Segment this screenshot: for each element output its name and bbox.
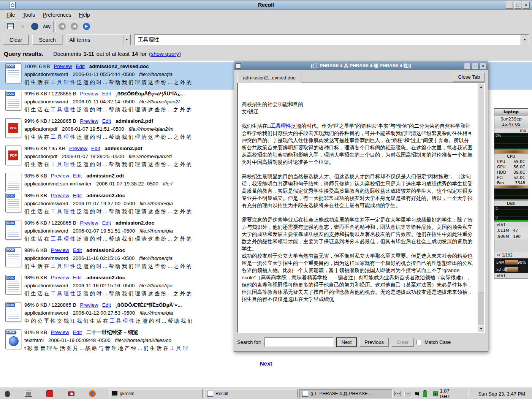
- desktop: Recoll − □ × File Tools Preferences Help…: [0, 0, 532, 399]
- fan-row: Fan3348: [494, 180, 528, 185]
- edit-link[interactable]: Edit: [73, 247, 82, 253]
- edit-link[interactable]: Edit: [102, 302, 111, 308]
- battery-icon[interactable]: [423, 391, 427, 397]
- next-page-button[interactable]: ▶: [81, 22, 92, 31]
- msword-file-icon: DOC: [5, 302, 21, 322]
- preview-link[interactable]: Preview: [69, 146, 87, 151]
- preview-link[interactable]: Preview: [54, 63, 72, 69]
- preview-link[interactable]: Preview: [80, 118, 98, 124]
- taskbar-button-recoll[interactable]: Recoll: [204, 389, 298, 398]
- result-filename: ¸ßÐ£ÕÐÉúµÄÉç»á¹¦ÄÜºÍÄ¿...: [116, 91, 185, 97]
- next-page-link[interactable]: Next: [260, 360, 272, 367]
- disk-header: Disk: [494, 201, 528, 206]
- result-url: file:///home/qian2/files/co: [115, 337, 172, 343]
- edit-link[interactable]: Edit: [73, 193, 82, 198]
- preview-maximize-button[interactable]: □: [472, 63, 478, 69]
- search-mode-select[interactable]: All terms ▼: [66, 34, 131, 45]
- preview-window-icon: [236, 63, 241, 69]
- preview-scrollbar[interactable]: ▲ ▼: [478, 83, 484, 332]
- display-launcher-icon[interactable]: [24, 390, 33, 398]
- preview-link[interactable]: Preview: [51, 247, 69, 253]
- scroll-down-icon[interactable]: ▼: [478, 325, 484, 332]
- taskbar-button-gkrellm[interactable]: gkrellm: [109, 389, 203, 398]
- taskbar-clock[interactable]: Sun Sep 23, 3:47 PM: [474, 391, 529, 397]
- maximize-button[interactable]: □: [514, 2, 521, 9]
- close-tab-button[interactable]: Close Tab: [453, 73, 485, 81]
- preview-minimize-button[interactable]: −: [464, 63, 470, 69]
- table-view-button[interactable]: [5, 22, 16, 31]
- pdf-file-icon: PDF: [5, 118, 21, 138]
- pdf-file-icon: PDF: [5, 146, 21, 165]
- history-button[interactable]: ←: [29, 22, 40, 31]
- preview-link[interactable]: Preview: [51, 193, 69, 198]
- term-explorer-button[interactable]: ÂbÇ: [41, 22, 52, 31]
- preview-link[interactable]: Preview: [51, 275, 69, 280]
- sort-button[interactable]: ↑↓: [17, 22, 28, 31]
- edit-link[interactable]: Edit: [102, 91, 111, 97]
- firefox-launcher-icon[interactable]: [88, 390, 97, 398]
- preview-document-text: 高校招生的社会功能和目的 文/钱江 我们生活在□工具理性泛滥的时代。作为“世之显…: [238, 83, 478, 332]
- find-next-button[interactable]: Next: [337, 338, 357, 347]
- recoll-titlebar[interactable]: Recoll − □ ×: [0, 0, 532, 10]
- edit-link[interactable]: Edit: [73, 275, 82, 280]
- edit-link[interactable]: Edit: [91, 146, 100, 151]
- result-url: file:///home/qia: [139, 310, 173, 316]
- show-query-link[interactable]: (show query): [149, 51, 181, 57]
- sensor-row: HDD39.0C: [494, 169, 528, 175]
- find-clear-button[interactable]: Clear: [392, 338, 413, 347]
- minimize-button[interactable]: −: [506, 2, 513, 9]
- volume-meter: 52 dB: [494, 266, 528, 273]
- edit-link[interactable]: Edit: [73, 173, 82, 179]
- scroll-up-icon[interactable]: ▲: [478, 83, 484, 90]
- edit-link[interactable]: Edit: [102, 220, 111, 226]
- menubar: File Tools Preferences Help: [0, 10, 532, 19]
- sensors-header: CPU: [494, 154, 528, 159]
- result-mimetype: application/pdf: [24, 126, 57, 132]
- match-case-checkbox[interactable]: [416, 340, 421, 345]
- gkrellm-hostname: laptop: [494, 109, 528, 116]
- preview-tab[interactable]: admission2...evised.doc: [237, 73, 301, 83]
- prev-page-button[interactable]: ◀: [69, 22, 80, 31]
- preview-link[interactable]: Preview: [80, 302, 98, 308]
- red-app-launcher-icon[interactable]: [46, 390, 54, 398]
- query-input[interactable]: [135, 37, 521, 43]
- find-input[interactable]: [264, 337, 334, 347]
- menu-tools[interactable]: Tools: [19, 11, 39, 19]
- menu-preferences[interactable]: Preferences: [39, 11, 75, 19]
- camera-launcher-icon[interactable]: [67, 390, 75, 398]
- first-page-button[interactable]: ◀: [57, 22, 68, 31]
- menu-help[interactable]: Help: [76, 11, 93, 19]
- cpu-krell: [494, 150, 528, 154]
- clear-button[interactable]: Clear: [3, 35, 28, 45]
- document-title: 高校招生的社会功能和目的: [242, 101, 474, 108]
- document-paragraph: 需要注意的是这些毕业后在社会上能成功发展的学生并不一定是在大学里学习成绩最好的学…: [242, 216, 474, 252]
- speaker-icon[interactable]: [413, 391, 419, 396]
- close-button[interactable]: ×: [522, 2, 530, 9]
- preview-link[interactable]: Preview: [80, 91, 98, 97]
- result-score-size: 98% 6 KB / 1228865 B: [24, 220, 76, 226]
- find-previous-button[interactable]: Previous: [359, 338, 389, 347]
- edit-link[interactable]: Edit: [76, 63, 85, 69]
- preview-titlebar[interactable]: ((工 PHRASE 4 具 PHRASE 4 理 PHRASE 4 性)) −…: [234, 62, 488, 70]
- keyboard-tray-icon[interactable]: [394, 391, 401, 396]
- edit-link[interactable]: Edit: [73, 329, 82, 335]
- result-date: 2006-01-07 19:51:51 -0500: [73, 228, 135, 234]
- scrollbar-thumb[interactable]: [478, 90, 484, 293]
- search-button[interactable]: Search: [32, 35, 62, 45]
- tray-icon[interactable]: [404, 391, 410, 396]
- preview-link[interactable]: Preview: [80, 220, 98, 226]
- result-url: file:///home/qia: [139, 283, 173, 288]
- preview-link[interactable]: Preview: [51, 329, 69, 335]
- query-history-arrow-icon[interactable]: ▼: [521, 35, 529, 45]
- result-filename: admission2.pdf: [116, 118, 153, 124]
- menu-file[interactable]: File: [3, 11, 19, 19]
- preview-close-button[interactable]: ×: [480, 63, 486, 69]
- footprint-launcher-icon[interactable]: [3, 390, 11, 398]
- mail-monitor: ✉1/192: [494, 252, 528, 258]
- result-mimetype: application/msword: [24, 201, 68, 206]
- preview-link[interactable]: Preview: [51, 173, 69, 179]
- msword-file-icon: DOC: [5, 91, 21, 111]
- edit-link[interactable]: Edit: [102, 118, 111, 124]
- cpu-chart: 0%: [494, 133, 528, 150]
- taskbar-button-preview[interactable]: ((工 PHRASE 4 具 PHRASE ...: [299, 389, 393, 398]
